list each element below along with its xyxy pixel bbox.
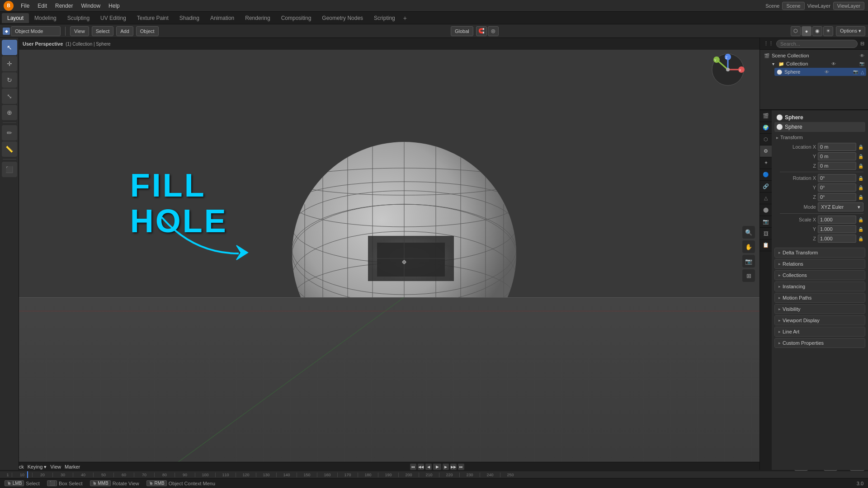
view-menu[interactable]: View [70,26,89,36]
object-menu[interactable]: Object [136,26,159,36]
tab-texture-paint[interactable]: Texture Paint [132,13,174,23]
scale-y-value[interactable]: 1.000 [818,225,856,233]
location-x-value[interactable]: 0 m [818,143,856,151]
add-cube-tool[interactable]: ⬛ [2,162,17,177]
location-y-lock[interactable]: 🔒 [858,154,863,159]
prop-tab-render[interactable]: 📷 [760,216,772,228]
custom-properties-header[interactable]: Custom Properties [775,338,865,347]
measure-tool[interactable]: 📏 [2,141,17,157]
prev-frame-button[interactable]: ◀ [425,464,432,470]
marker-label[interactable]: Marker [65,464,80,469]
location-x-lock[interactable]: 🔒 [858,145,863,150]
sphere-eye[interactable]: 👁 [825,70,829,75]
line-art-header[interactable]: Line Art [775,327,865,336]
relations-header[interactable]: Relations [775,259,865,268]
add-workspace-button[interactable]: + [401,14,410,23]
viewport-display-header[interactable]: Viewport Display [775,316,865,325]
view-label[interactable]: View [50,464,61,469]
menu-file[interactable]: File [17,2,33,10]
select-menu[interactable]: Select [92,26,114,36]
timeline-content[interactable]: 1 10 20 30 40 50 60 70 80 90 100 110 120… [0,471,868,478]
tab-modeling[interactable]: Modeling [29,13,62,23]
outliner-filter[interactable]: ⊟ [860,41,864,47]
wireframe-mode[interactable]: ⬡ [791,26,801,36]
outliner-collection[interactable]: ▾ 📁 Collection 👁 📷 [768,60,866,68]
scale-z-value[interactable]: 1.000 [818,235,856,243]
scale-z-lock[interactable]: 🔒 [858,236,863,241]
next-frame-button[interactable]: ▶ [443,464,449,470]
tab-rendering[interactable]: Rendering [240,13,275,23]
options-button[interactable]: Options ▾ [836,26,865,36]
transform-tool[interactable]: ⊕ [2,105,17,120]
mode-dropdown[interactable]: Object Mode [11,26,61,36]
tab-animation[interactable]: Animation [205,13,240,23]
scene-collection-eye[interactable]: 👁 [860,53,864,58]
tab-compositing[interactable]: Compositing [276,13,317,23]
rendered-mode[interactable]: ☀ [823,26,833,36]
outliner-search[interactable] [776,40,858,48]
prev-keyframe-button[interactable]: ◀◀ [418,464,424,470]
play-button[interactable]: ▶ [433,464,441,470]
scale-tool[interactable]: ⤡ [2,89,17,104]
snap-button[interactable]: 🧲 [476,26,487,36]
instancing-header[interactable]: Instancing [775,282,865,291]
pan-button[interactable]: ✋ [742,240,755,253]
scale-x-lock[interactable]: 🔒 [858,217,863,222]
tab-geometry-nodes[interactable]: Geometry Nodes [316,13,368,23]
proportional-edit[interactable]: ◎ [488,26,499,36]
global-dropdown[interactable]: Global [451,26,473,36]
transform-label[interactable]: Transform [774,134,865,141]
keying-label[interactable]: Keying ▾ [28,464,47,470]
rotation-y-value[interactable]: 0° [818,183,856,192]
material-mode[interactable]: ◉ [812,26,822,36]
collection-render[interactable]: 📷 [859,61,864,66]
location-z-lock[interactable]: 🔒 [858,164,863,169]
tab-scripting[interactable]: Scripting [368,13,401,23]
prop-tab-modifier[interactable]: ⚙ [760,145,772,157]
collections-header[interactable]: Collections [775,271,865,280]
tab-sculpting[interactable]: Sculpting [62,13,95,23]
scene-selector[interactable]: Scene [782,2,804,10]
tab-uv-editing[interactable]: UV Editing [95,13,132,23]
rotation-z-lock[interactable]: 🔒 [858,195,863,200]
camera-button[interactable]: 📷 [742,255,755,267]
location-z-value[interactable]: 0 m [818,162,856,170]
rotation-x-value[interactable]: 0° [818,174,856,182]
tab-shading[interactable]: Shading [174,13,205,23]
location-y-value[interactable]: 0 m [818,152,856,160]
outliner-sphere[interactable]: ⚪ Sphere 👁 📷 △ [774,68,866,76]
navigation-gizmo[interactable]: X Y Z [710,52,746,88]
tab-layout[interactable]: Layout [2,13,29,23]
delta-transform-header[interactable]: Delta Transform [775,248,865,257]
menu-help[interactable]: Help [105,2,123,10]
prop-tab-particles[interactable]: ✦ [760,157,772,169]
rotation-y-lock[interactable]: 🔒 [858,185,863,190]
collection-eye[interactable]: 👁 [831,61,836,66]
prop-tab-world[interactable]: 🌍 [760,122,772,134]
rotation-z-value[interactable]: 0° [818,193,856,201]
3d-viewport[interactable]: User Perspective (1) Collection | Sphere [19,38,760,470]
prop-tab-view-layer[interactable]: 📋 [760,239,772,251]
outliner-scene-collection[interactable]: 🎬 Scene Collection 👁 [762,52,866,60]
solid-mode[interactable]: ● [802,26,811,36]
prop-tab-scene[interactable]: 🎬 [760,110,772,122]
rotate-tool[interactable]: ↻ [2,72,17,88]
view-layer-selector[interactable]: ViewLayer [833,2,864,10]
prop-tab-physics[interactable]: 🔵 [760,169,772,181]
jump-start-button[interactable]: ⏮ [410,464,416,470]
sphere-render[interactable]: 📷 [853,70,858,74]
prop-tab-output[interactable]: 🖼 [760,228,772,239]
object-name-field[interactable]: ⚪ Sphere [774,122,865,132]
prop-tab-constraints[interactable]: 🔗 [760,181,772,192]
cursor-tool[interactable]: ↖ [2,40,17,55]
zoom-in-button[interactable]: 🔍 [742,226,755,239]
menu-window[interactable]: Window [77,2,104,10]
annotate-tool[interactable]: ✏ [2,125,17,141]
scale-y-lock[interactable]: 🔒 [858,227,863,232]
add-menu[interactable]: Add [116,26,133,36]
prop-tab-object[interactable]: ⬡ [760,134,772,145]
grid-button[interactable]: ⊞ [742,269,755,282]
move-tool[interactable]: ✛ [2,56,17,71]
prop-tab-material[interactable]: ⬤ [760,204,772,216]
menu-edit[interactable]: Edit [34,2,51,10]
